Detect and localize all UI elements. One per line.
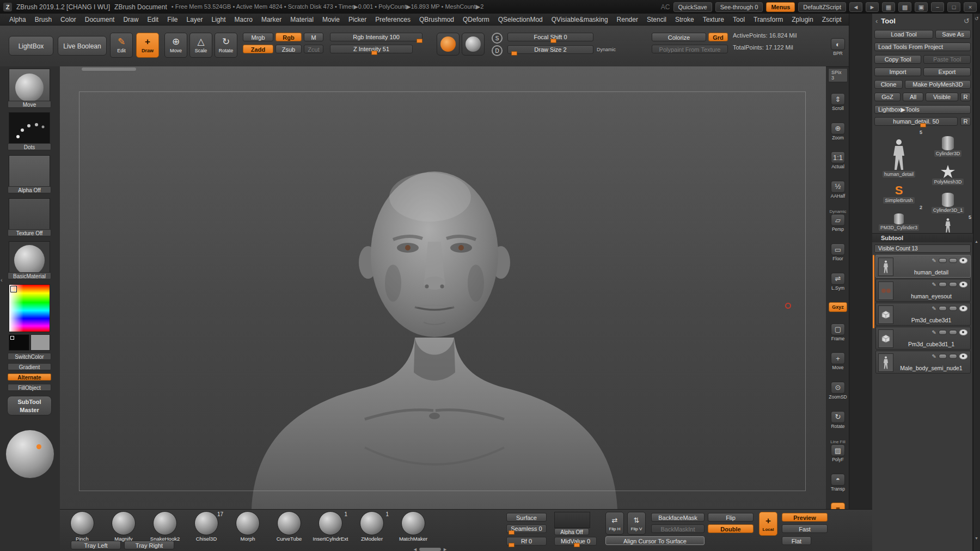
tool-slot[interactable]: 2 PM3D_Cylinder3 — [875, 206, 922, 231]
minimize-button[interactable]: − — [931, 2, 944, 12]
dock-left-icon[interactable]: ◄ — [849, 2, 862, 12]
tray-divider[interactable] — [849, 14, 873, 551]
canvas-bottom-scrollbar[interactable] — [419, 548, 441, 551]
fill-object-button[interactable]: FillObject — [8, 384, 51, 391]
clone-button[interactable]: Clone — [874, 80, 903, 89]
tool-slot[interactable]: 5 human_detail — [875, 131, 922, 177]
focal-shift-slider[interactable]: Focal Shift 0 — [507, 33, 593, 41]
layout-grid-icon[interactable]: ▦ — [882, 2, 895, 12]
secondary-color-swatch[interactable] — [30, 334, 50, 351]
layout-grid2-icon[interactable]: ▩ — [898, 2, 911, 12]
menu-item[interactable]: Movie — [318, 15, 344, 25]
right-strip-button[interactable]: ⇕ Scroll — [828, 93, 848, 111]
lightbox-button[interactable]: LightBox — [9, 36, 53, 56]
uv-toggle-icon[interactable] — [949, 306, 957, 311]
tool-slot[interactable]: Cylinder3D — [924, 131, 971, 157]
slider-handle[interactable] — [371, 51, 377, 55]
uv-toggle-icon[interactable] — [949, 282, 957, 287]
uv-toggle-icon[interactable] — [949, 354, 957, 359]
goz-button[interactable]: GoZ — [874, 93, 901, 101]
menu-item[interactable]: QVisiable&masking — [548, 15, 612, 25]
switch-color-button[interactable]: SwitchColor — [8, 353, 51, 360]
uv-toggle-icon[interactable] — [949, 258, 957, 263]
right-strip-button[interactable]: ⇌ L.Sym — [828, 273, 848, 291]
paste-tool-button[interactable]: Paste Tool — [923, 55, 971, 64]
alpha-off-button[interactable]: Alpha Off — [554, 528, 589, 535]
lightbox-tools-button[interactable]: Lightbox▶Tools — [874, 105, 971, 114]
subtool-row[interactable]: ✎ Pm3d_cube3d1 — [875, 303, 971, 326]
scale-mode-button[interactable]: △ Scale — [189, 33, 212, 58]
surface-button[interactable]: Surface — [506, 513, 547, 522]
brush-slot[interactable]: 1 InsertCylndrExt — [318, 511, 343, 542]
subtool-row[interactable]: ✎ human_detail — [875, 255, 971, 278]
shader-toggle-icon[interactable] — [939, 306, 947, 311]
polypaint-icon[interactable]: ✎ — [932, 281, 936, 287]
menu-item[interactable]: Preferences — [371, 15, 414, 25]
back-mask-int-button[interactable]: BackMaskInt — [651, 524, 705, 533]
seamless-slider[interactable]: Seamless 0 — [506, 524, 547, 533]
slider-handle[interactable] — [550, 39, 556, 43]
menu-item[interactable]: Layer — [183, 15, 207, 25]
edge-scroll-up-icon[interactable]: ▲ — [975, 240, 978, 243]
gradient-button[interactable]: Gradient — [8, 363, 51, 370]
midvalue-slider[interactable]: MidValue 0 — [554, 537, 597, 546]
menu-item[interactable]: Texture — [699, 15, 728, 25]
dynamic-picker-icon[interactable]: D — [492, 45, 503, 56]
visibility-eye-icon[interactable] — [959, 305, 967, 311]
tray-right-button[interactable]: Tray Right — [124, 541, 174, 549]
preview-button[interactable]: Preview — [782, 513, 828, 522]
dynamic-label[interactable]: Dynamic — [597, 47, 616, 52]
copy-tool-button[interactable]: Copy Tool — [874, 55, 921, 64]
shader-toggle-icon[interactable] — [939, 258, 947, 263]
right-strip-button[interactable]: SPix 3 — [828, 68, 848, 82]
menu-item[interactable]: Stencil — [643, 15, 670, 25]
edit-mode-button[interactable]: ✎ Edit — [110, 33, 133, 58]
z-intensity-slider[interactable]: Z Intensity 51 — [330, 45, 413, 53]
tray-left-button[interactable]: Tray Left — [71, 541, 121, 549]
default-zscript-button[interactable]: DefaultZScript — [798, 2, 846, 12]
brush-slot[interactable]: Pinch — [70, 511, 95, 542]
quicksave-button[interactable]: QuickSave — [673, 2, 712, 12]
left-tray-collapse-arrow[interactable]: ‹ — [1, 277, 3, 283]
menu-item[interactable]: Transform — [750, 15, 787, 25]
menus-toggle[interactable]: Menus — [766, 2, 795, 12]
double-button[interactable]: Double — [708, 524, 754, 533]
menu-item[interactable]: Color — [57, 15, 80, 25]
visibility-eye-icon[interactable] — [959, 353, 967, 359]
menu-item[interactable]: QDeform — [459, 15, 493, 25]
right-strip-button[interactable]: ⊙ ZoomSD — [828, 382, 848, 400]
palette-pin-icon[interactable]: ‹ — [875, 17, 878, 25]
menu-item[interactable]: Zscript — [818, 15, 846, 25]
shader-toggle-icon[interactable] — [939, 354, 947, 359]
stroke-picker-icon[interactable]: S — [492, 33, 503, 44]
visible-count-slider[interactable]: Visible Count 13 — [874, 244, 971, 253]
shader-toggle-icon[interactable] — [939, 282, 947, 287]
current-tool-slider[interactable]: human_detail. 50 — [874, 117, 958, 126]
mrgb-button[interactable]: Mrgb — [243, 33, 273, 41]
brush-slot[interactable]: Magnify — [111, 511, 136, 542]
menu-item[interactable]: Material — [286, 15, 317, 25]
restore-button[interactable]: □ — [947, 2, 960, 12]
material-thumbnail[interactable] — [462, 33, 485, 56]
menu-item[interactable]: QSelectionMod — [494, 15, 547, 25]
menu-item[interactable]: QBrushmod — [415, 15, 458, 25]
subtool-row[interactable]: ✎ Pm3d_cube3d1_1 — [875, 327, 971, 350]
subtool-row[interactable]: ✎ Male_body_semi_nude1 — [875, 351, 971, 374]
zsub-button[interactable]: Zsub — [275, 45, 302, 53]
document-canvas[interactable] — [60, 66, 826, 509]
load-tool-button[interactable]: Load Tool — [874, 30, 933, 39]
right-strip-button[interactable]: 1:1 Actual — [828, 151, 848, 169]
menu-item[interactable]: Stroke — [671, 15, 698, 25]
goz-all-button[interactable]: All — [903, 93, 923, 101]
m-button[interactable]: M — [304, 33, 323, 41]
right-strip-button[interactable]: Line Fill ▨ PolyF — [828, 440, 848, 462]
subtool-section-header[interactable]: Subtool — [872, 233, 973, 242]
scroll-right-icon[interactable]: ► — [443, 547, 448, 551]
polypaint-icon[interactable]: ✎ — [932, 329, 936, 335]
close-button[interactable]: × — [964, 2, 977, 12]
right-strip-button[interactable]: ▢ Frame — [828, 323, 848, 341]
menu-item[interactable]: File — [163, 15, 181, 25]
load-tools-from-project-button[interactable]: Load Tools From Project — [874, 42, 971, 51]
alternate-button[interactable]: Alternate — [8, 374, 51, 381]
right-strip-button[interactable]: ◐ BPR — [828, 38, 848, 56]
